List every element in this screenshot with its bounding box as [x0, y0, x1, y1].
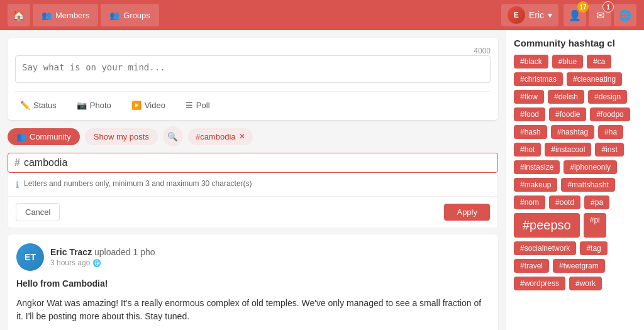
user-name: Eric — [529, 10, 544, 20]
main-layout: 4000 ✏️ Status 📷 Photo ▶️ Video ☰ Poll — [0, 30, 644, 330]
status-button[interactable]: ✏️ Status — [15, 98, 62, 113]
post-author: Eric Tracz uploaded 1 pho — [50, 247, 489, 257]
post-meta: Eric Tracz uploaded 1 pho 3 hours ago 🌐 — [50, 247, 489, 267]
members-label: Members — [55, 11, 89, 20]
post-input[interactable] — [15, 55, 491, 83]
hashtag-cloud-item[interactable]: #work — [569, 277, 602, 290]
post-body-hello: Hello from Cambodia! — [16, 277, 489, 290]
hashtag-cloud-item[interactable]: #delish — [548, 90, 584, 104]
search-icon: 🔍 — [167, 132, 178, 141]
hashtag-search-dropdown: # ℹ Letters and numbers only, minimum 3 … — [8, 153, 498, 228]
globe-icon: 🌐 — [619, 9, 631, 21]
hashtag-cloud-item[interactable]: #socialnetwork — [514, 241, 576, 255]
community-filter-button[interactable]: 👥 Community — [8, 128, 80, 145]
groups-nav-button[interactable]: 👥 Groups — [101, 4, 159, 26]
hashtag-cloud-item[interactable]: #black — [514, 55, 548, 69]
hash-symbol: # — [14, 157, 20, 168]
search-filter-button[interactable]: 🔍 — [163, 126, 183, 146]
connections-button[interactable]: 👤 17 — [564, 4, 586, 26]
post-time: 3 hours ago 🌐 — [50, 258, 489, 267]
hashtag-filter-value: #cambodia — [196, 132, 236, 141]
hashtag-cloud-item[interactable]: #blue — [552, 55, 583, 69]
hashtag-cloud-item[interactable]: #hot — [514, 143, 541, 157]
notifications-badge: 17 — [577, 1, 589, 13]
poll-button[interactable]: ☰ Poll — [180, 98, 215, 113]
show-my-posts-button[interactable]: Show my posts — [85, 128, 158, 145]
show-my-posts-label: Show my posts — [94, 132, 149, 141]
hashtag-cloud-item[interactable]: #ootd — [549, 195, 580, 209]
globe-button[interactable]: 🌐 — [614, 4, 636, 26]
hashtag-cloud-item[interactable]: #hashtag — [551, 125, 594, 139]
hashtag-cloud-item[interactable]: #food — [514, 107, 545, 121]
post-header: ET Eric Tracz uploaded 1 pho 3 hours ago… — [16, 243, 489, 271]
hashtag-cloud-item[interactable]: #flow — [514, 90, 544, 104]
members-nav-button[interactable]: 👥 Members — [33, 4, 98, 26]
hashtag-cloud-item[interactable]: #pa — [584, 195, 609, 209]
hashtag-input-row: # — [8, 153, 498, 173]
hashtag-cloud-item[interactable]: #tweetgram — [553, 259, 605, 273]
main-content: 4000 ✏️ Status 📷 Photo ▶️ Video ☰ Poll — [0, 30, 506, 330]
video-icon: ▶️ — [131, 101, 142, 110]
pencil-icon: ✏️ — [20, 101, 30, 110]
sidebar-title: Community hashtag cl — [514, 38, 636, 48]
video-button[interactable]: ▶️ Video — [126, 98, 170, 113]
envelope-icon: ✉ — [596, 9, 604, 21]
top-navigation: 🏠 👥 Members 👥 Groups E Eric ▾ 👤 17 ✉ 1 🌐 — [0, 0, 644, 30]
hashtag-hint: ℹ Letters and numbers only, minimum 3 an… — [8, 173, 498, 197]
hashtag-cloud-item[interactable]: #cleaneating — [567, 72, 622, 86]
hashtag-cloud-item[interactable]: #peepso — [514, 213, 580, 238]
hashtag-cloud-item[interactable]: #travel — [514, 259, 549, 273]
post-actions: ✏️ Status 📷 Photo ▶️ Video ☰ Poll — [15, 91, 491, 113]
user-menu[interactable]: E Eric ▾ — [501, 4, 558, 26]
char-count: 4000 — [15, 47, 491, 55]
hashtag-cloud-item[interactable]: #pi — [584, 213, 606, 238]
poll-label: Poll — [196, 101, 210, 110]
poll-icon: ☰ — [186, 101, 193, 110]
hashtag-cloud: #black#blue#ca#christmas#cleaneating#flo… — [514, 55, 636, 290]
hashtag-filter-tag[interactable]: #cambodia ✕ — [188, 128, 253, 145]
hashtag-cloud-item[interactable]: #iphoneonly — [564, 160, 617, 174]
hashtag-cloud-item[interactable]: #nom — [514, 195, 545, 209]
hashtag-cloud-item[interactable]: #tag — [580, 241, 607, 255]
avatar: E — [508, 6, 525, 24]
hashtag-remove-icon[interactable]: ✕ — [239, 132, 245, 141]
status-label: Status — [33, 101, 57, 110]
hashtag-cloud-item[interactable]: #instasize — [514, 160, 560, 174]
groups-icon: 👥 — [109, 11, 119, 20]
video-label: Video — [145, 101, 165, 110]
camera-icon: 📷 — [77, 101, 87, 110]
messages-button[interactable]: ✉ 1 — [589, 4, 611, 26]
filter-bar: 👥 Community Show my posts 🔍 #cambodia ✕ — [8, 126, 498, 146]
photo-button[interactable]: 📷 Photo — [72, 98, 116, 113]
hashtag-cloud-item[interactable]: #foodpo — [590, 107, 630, 121]
hashtag-cloud-item[interactable]: #hash — [514, 125, 547, 139]
groups-label: Groups — [123, 11, 150, 20]
hashtag-cloud-item[interactable]: #instacool — [545, 143, 591, 157]
privacy-icon: 🌐 — [92, 259, 101, 267]
home-button[interactable]: 🏠 — [8, 4, 30, 26]
hashtag-hint-text: Letters and numbers only, minimum 3 and … — [24, 179, 252, 188]
hashtag-cloud-item[interactable]: #mattshasht — [561, 178, 614, 192]
post-avatar: ET — [16, 243, 44, 271]
community-label: Community — [30, 132, 71, 141]
hashtag-cloud-item[interactable]: #wordpress — [514, 277, 565, 290]
hashtag-cloud-item[interactable]: #makeup — [514, 178, 557, 192]
hashtag-text-input[interactable] — [24, 157, 491, 168]
chevron-down-icon: ▾ — [548, 10, 552, 20]
members-icon: 👥 — [42, 11, 52, 20]
community-icon: 👥 — [16, 132, 26, 141]
hashtag-cloud-item[interactable]: #design — [588, 90, 627, 104]
info-icon: ℹ — [16, 180, 19, 190]
right-sidebar: Community hashtag cl #black#blue#ca#chri… — [506, 30, 644, 330]
hashtag-cloud-item[interactable]: #foodie — [549, 107, 586, 121]
post-composer: 4000 ✏️ Status 📷 Photo ▶️ Video ☰ Poll — [8, 38, 498, 120]
hashtag-actions: Cancel Apply — [8, 197, 498, 228]
hashtag-cloud-item[interactable]: #christmas — [514, 72, 563, 86]
messages-badge: 1 — [602, 1, 614, 13]
hashtag-cloud-item[interactable]: #ha — [598, 125, 623, 139]
post-body-text: Angkor Wat was amazing! It's a really en… — [16, 297, 489, 323]
cancel-button[interactable]: Cancel — [16, 203, 60, 221]
hashtag-cloud-item[interactable]: #inst — [595, 143, 623, 157]
apply-button[interactable]: Apply — [444, 204, 490, 221]
hashtag-cloud-item[interactable]: #ca — [587, 55, 611, 69]
